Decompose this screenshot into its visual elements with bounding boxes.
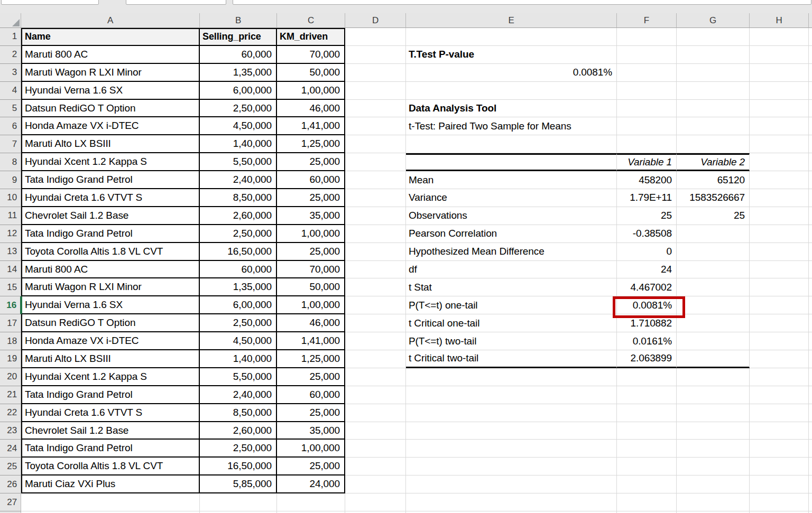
cell-B13[interactable]: 16,50,000 xyxy=(200,243,277,261)
cell-C21[interactable]: 60,000 xyxy=(277,386,345,404)
cell-G23[interactable] xyxy=(677,422,750,440)
cell-H7[interactable] xyxy=(750,135,809,153)
cell-D13[interactable] xyxy=(345,243,406,261)
cell-C15[interactable]: 50,000 xyxy=(277,278,345,296)
cell-F12[interactable]: -0.38508 xyxy=(617,225,677,243)
row-header-13[interactable]: 13 xyxy=(0,243,21,261)
cell-D10[interactable] xyxy=(345,189,406,207)
formula-bar[interactable] xyxy=(233,0,811,5)
cell-F4[interactable] xyxy=(617,82,677,100)
cell-H11[interactable] xyxy=(750,207,809,225)
cell-G12[interactable] xyxy=(677,225,750,243)
cell-D18[interactable] xyxy=(345,332,406,350)
cell-H5[interactable] xyxy=(750,100,809,118)
cell-B27[interactable] xyxy=(200,493,277,511)
cell-A12[interactable]: Tata Indigo Grand Petrol xyxy=(21,225,200,243)
row-header-26[interactable]: 26 xyxy=(0,475,21,493)
cell-G25[interactable] xyxy=(677,458,750,475)
cell-C9[interactable]: 60,000 xyxy=(277,171,345,189)
cell-D25[interactable] xyxy=(345,458,406,475)
cell-H18[interactable] xyxy=(750,332,809,350)
cell-F15[interactable]: 4.467002 xyxy=(617,278,677,296)
cell-B8[interactable]: 5,50,000 xyxy=(200,153,277,171)
cell-A4[interactable]: Hyundai Verna 1.6 SX xyxy=(21,82,200,100)
cell-E23[interactable] xyxy=(406,422,617,440)
name-box[interactable] xyxy=(1,0,99,5)
cell-F11[interactable]: 25 xyxy=(617,207,677,225)
cell-B9[interactable]: 2,40,000 xyxy=(200,171,277,189)
row-header-17[interactable]: 17 xyxy=(0,314,21,332)
cell-D15[interactable] xyxy=(345,278,406,296)
cell-C5[interactable]: 46,000 xyxy=(277,100,345,118)
cell-F25[interactable] xyxy=(617,458,677,475)
column-header-H[interactable]: H xyxy=(750,13,809,28)
row-header-18[interactable]: 18 xyxy=(0,332,21,350)
row-header-9[interactable]: 9 xyxy=(0,171,21,189)
cell-F14[interactable]: 24 xyxy=(617,261,677,279)
cell-F8[interactable]: Variable 1 xyxy=(617,153,677,171)
cell-E26[interactable] xyxy=(406,475,617,493)
cell-G27[interactable] xyxy=(677,493,750,511)
cell-G1[interactable] xyxy=(677,28,750,46)
cell-A17[interactable]: Datsun RediGO T Option xyxy=(21,314,200,332)
cell-E24[interactable] xyxy=(406,440,617,458)
cell-F27[interactable] xyxy=(617,493,677,511)
cell-E17[interactable]: t Critical one-tail xyxy=(406,314,617,332)
cell-G4[interactable] xyxy=(677,82,750,100)
column-header-E[interactable]: E xyxy=(406,13,617,28)
cell-A22[interactable]: Hyundai Creta 1.6 VTVT S xyxy=(21,404,200,422)
cell-D11[interactable] xyxy=(345,207,406,225)
cell-H22[interactable] xyxy=(750,404,809,422)
cell-G9[interactable]: 65120 xyxy=(677,171,750,189)
cell-B25[interactable]: 16,50,000 xyxy=(200,458,277,475)
cell-D19[interactable] xyxy=(345,350,406,368)
cell-H19[interactable] xyxy=(750,350,809,368)
cell-B11[interactable]: 2,60,000 xyxy=(200,207,277,225)
row-header-8[interactable]: 8 xyxy=(0,153,21,171)
cell-C20[interactable]: 25,000 xyxy=(277,368,345,386)
row-header-7[interactable]: 7 xyxy=(0,135,21,153)
cell-E3[interactable]: 0.0081% xyxy=(406,64,617,82)
row-header-5[interactable]: 5 xyxy=(0,100,21,118)
cell-G22[interactable] xyxy=(677,404,750,422)
cell-H15[interactable] xyxy=(750,278,809,296)
cell-D23[interactable] xyxy=(345,422,406,440)
column-header-B[interactable]: B xyxy=(200,13,277,28)
row-header-22[interactable]: 22 xyxy=(0,404,21,422)
cell-D6[interactable] xyxy=(345,117,406,135)
cell-B23[interactable]: 2,60,000 xyxy=(200,422,277,440)
cell-B6[interactable]: 4,50,000 xyxy=(200,117,277,135)
cell-A20[interactable]: Hyundai Xcent 1.2 Kappa S xyxy=(21,368,200,386)
cell-C12[interactable]: 1,00,000 xyxy=(277,225,345,243)
row-header-4[interactable]: 4 xyxy=(0,82,21,100)
cell-A18[interactable]: Honda Amaze VX i-DTEC xyxy=(21,332,200,350)
row-header-21[interactable]: 21 xyxy=(0,386,21,404)
cell-B18[interactable]: 4,50,000 xyxy=(200,332,277,350)
cell-B10[interactable]: 8,50,000 xyxy=(200,189,277,207)
cell-A8[interactable]: Hyundai Xcent 1.2 Kappa S xyxy=(21,153,200,171)
cell-B16[interactable]: 6,00,000 xyxy=(200,296,277,314)
cell-D12[interactable] xyxy=(345,225,406,243)
cell-G11[interactable]: 25 xyxy=(677,207,750,225)
column-header-D[interactable]: D xyxy=(345,13,406,28)
cell-H24[interactable] xyxy=(750,440,809,458)
cell-H23[interactable] xyxy=(750,422,809,440)
cell-F6[interactable] xyxy=(617,117,677,135)
cell-C11[interactable]: 35,000 xyxy=(277,207,345,225)
cell-C4[interactable]: 1,00,000 xyxy=(277,82,345,100)
cell-A27[interactable] xyxy=(21,493,200,511)
cell-E20[interactable] xyxy=(406,368,617,386)
cell-G2[interactable] xyxy=(677,46,750,64)
cell-D17[interactable] xyxy=(345,314,406,332)
cell-C13[interactable]: 25,000 xyxy=(277,243,345,261)
cell-B20[interactable]: 5,50,000 xyxy=(200,368,277,386)
cell-F16[interactable]: 0.0081% xyxy=(617,296,677,314)
cell-F1[interactable] xyxy=(617,28,677,46)
row-header-25[interactable]: 25 xyxy=(0,458,21,475)
row-header-3[interactable]: 3 xyxy=(0,64,21,82)
row-header-14[interactable]: 14 xyxy=(0,261,21,279)
cell-D2[interactable] xyxy=(345,46,406,64)
cell-A24[interactable]: Tata Indigo Grand Petrol xyxy=(21,440,200,458)
cell-A21[interactable]: Tata Indigo Grand Petrol xyxy=(21,386,200,404)
cell-H8[interactable] xyxy=(750,153,809,171)
